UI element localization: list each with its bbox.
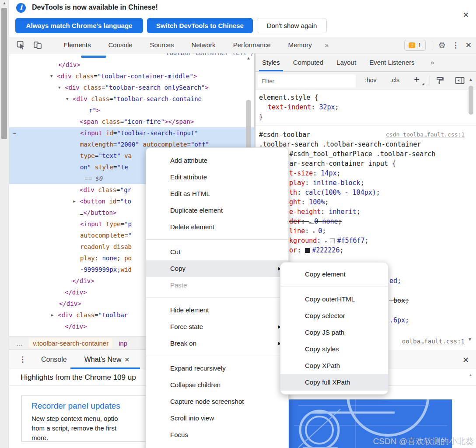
menu-item-paste[interactable]: Paste [146, 277, 288, 294]
menu-item-capture-node-screenshot[interactable]: Capture node screenshot [146, 393, 288, 410]
menu-item-copy-element[interactable]: Copy element [280, 266, 388, 283]
styles-tab-computed[interactable]: Computed [287, 53, 330, 71]
clipped-code-line[interactable]: toolbar-container left /= [9, 53, 254, 59]
styles-tab-styles[interactable]: Styles [256, 53, 287, 71]
dom-tree-node[interactable]: ▼<div class="toolbar-search onlySearch"> [9, 82, 254, 93]
collapse-arrow-icon[interactable]: ▼ [66, 93, 68, 105]
page-scrollbar[interactable]: ▲ [0, 0, 9, 448]
menu-item-focus[interactable]: Focus [146, 427, 288, 443]
styles-scrollbar-thumb[interactable] [469, 86, 473, 115]
tab-elements[interactable]: Elements [55, 37, 100, 53]
menu-item-edit-attribute[interactable]: Edit attribute [146, 169, 288, 186]
css-source-link[interactable]: csdn-toolba…fault.css:1 [386, 130, 465, 140]
dom-tree-node[interactable]: <span class="icon-fire"></span> [9, 116, 254, 127]
tab-network[interactable]: Network [183, 37, 224, 53]
css-fragment: ed; [389, 277, 401, 285]
text-color-swatch[interactable] [305, 248, 310, 253]
menu-item-label: Focus [170, 431, 188, 438]
css-rule-line[interactable]: } [256, 112, 476, 122]
dom-tree-node[interactable]: ▼<div class="toolbar-container-middle"> [9, 70, 254, 82]
menu-item-duplicate-element[interactable]: Duplicate element [146, 202, 288, 219]
menu-item-expand-recursively[interactable]: Expand recursively [146, 360, 288, 377]
tab-performance[interactable]: Performance [224, 37, 280, 53]
paint-format-icon[interactable] [436, 76, 444, 87]
issues-badge[interactable]: ! 1 [404, 40, 425, 51]
scroll-up-icon[interactable]: ▲ [0, 1, 9, 5]
collapse-arrow-icon[interactable]: ▼ [50, 70, 52, 82]
drawer-close-icon[interactable]: ✕ [462, 355, 469, 365]
tab-console[interactable]: Console [100, 37, 141, 53]
css-fragment: .6px; [389, 316, 409, 324]
menu-item-collapse-children[interactable]: Collapse children [146, 377, 288, 393]
menu-item-copy[interactable]: Copy▶ [146, 260, 288, 277]
breadcrumb-next-node[interactable]: inp [119, 340, 127, 347]
background-color-swatch[interactable] [330, 238, 335, 243]
infobar-button[interactable]: Don't show again [257, 18, 327, 33]
drawer-scroll-up-icon[interactable]: ▲ [469, 373, 472, 377]
css-rule-line[interactable]: text-indent: 32px; [256, 102, 476, 112]
new-style-rule-button[interactable]: + [414, 74, 420, 85]
devtools-close-icon[interactable]: ✕ [466, 41, 472, 50]
css-source-link[interactable]: oolba…fault.css:1 [402, 338, 465, 345]
menu-item-copy-full-xpath[interactable]: Copy full XPath [280, 374, 388, 391]
tab-memory[interactable]: Memory [280, 37, 321, 53]
menu-item-copy-js-path[interactable]: Copy JS path [280, 324, 388, 341]
styles-scroll-up-icon[interactable]: ▲ [469, 77, 473, 82]
toggle-element-state-button[interactable]: :hov [365, 77, 376, 84]
inspect-element-icon[interactable] [16, 40, 26, 50]
breadcrumb-selected-node[interactable]: v.toolbar-search-container [29, 338, 112, 348]
page-scrollbar-thumb[interactable] [1, 8, 7, 139]
sidebar-toggle-icon[interactable] [455, 76, 465, 87]
infobar-button[interactable]: Switch DevTools to Chinese [147, 18, 253, 33]
menu-item-label: Edit as HTML [170, 190, 210, 197]
css-rule-line[interactable]: #csdn-toolbarcsdn-toolba…fault.css:1 [256, 130, 476, 140]
customize-menu-icon[interactable]: ⋮ [452, 41, 459, 50]
menu-item-edit-as-html[interactable]: Edit as HTML [146, 186, 288, 202]
menu-item-hide-element[interactable]: Hide element [146, 302, 288, 318]
tab-sources[interactable]: Sources [141, 37, 183, 53]
styles-scroll-down-icon[interactable]: ▼ [468, 337, 472, 342]
menu-item-delete-element[interactable]: Delete element [146, 219, 288, 235]
menu-item-force-state[interactable]: Force state▶ [146, 318, 288, 335]
styles-tab-layout[interactable]: Layout [330, 53, 363, 71]
menu-item-scroll-into-view[interactable]: Scroll into view [146, 410, 288, 427]
element-classes-button[interactable]: .cls [390, 77, 399, 84]
menu-item-badge-settings[interactable]: Badge settings... [146, 443, 288, 448]
styles-more-tabs-icon[interactable]: » [427, 59, 438, 66]
menu-item-break-on[interactable]: Break on▶ [146, 335, 288, 352]
styles-filter-input[interactable] [258, 74, 356, 88]
menu-item-copy-outerhtml[interactable]: Copy outerHTML [280, 291, 388, 308]
device-toolbar-icon[interactable] [33, 40, 42, 50]
infobar-button[interactable]: Always match Chrome's language [15, 18, 143, 33]
settings-gear-icon[interactable]: ⚙ [438, 40, 446, 50]
expand-arrow-icon[interactable]: ▶ [73, 196, 75, 207]
css-rule-line[interactable]: element.style { [256, 93, 476, 102]
menu-item-copy-selector[interactable]: Copy selector [280, 308, 388, 324]
drawer-tab-what-s-new[interactable]: What's New✕ [76, 350, 139, 369]
dom-tree-node[interactable]: r"> [9, 105, 254, 116]
styles-tab-event-listeners[interactable]: Event Listeners [363, 53, 421, 71]
breadcrumb-ellipsis[interactable]: … [16, 340, 23, 347]
menu-item-label: Cut [170, 248, 180, 256]
expand-arrow-icon[interactable]: ▶ [51, 309, 53, 321]
dom-tree-node[interactable]: ⋯<input id="toolbar-search-input" [9, 127, 254, 139]
drawer-tab-console[interactable]: Console [32, 350, 76, 369]
css-rule-line[interactable]: .toolbar-search .toolbar-search-containe… [256, 140, 476, 149]
drawer-menu-icon[interactable]: ⋮ [19, 355, 26, 364]
menu-item-copy-styles[interactable]: Copy styles [280, 341, 388, 357]
drawer-tab-label: What's New [84, 356, 122, 363]
collapse-arrow-icon[interactable]: ▼ [58, 82, 60, 93]
menu-item-add-attribute[interactable]: Add attribute [146, 152, 288, 169]
elements-scroll-up-icon[interactable]: ▲ [246, 56, 251, 60]
new-style-rule-corner [422, 83, 424, 85]
more-tabs-icon[interactable]: » [321, 42, 333, 49]
infobar-close-icon[interactable]: ✕ [463, 10, 469, 20]
more-options-dots[interactable]: ⋯ [13, 127, 17, 139]
dom-tree-node[interactable]: ▼<div class="toolbar-search-containe [9, 93, 254, 105]
menu-item-cut[interactable]: Cut [146, 244, 288, 260]
menu-item-copy-xpath[interactable]: Copy XPath [280, 357, 388, 374]
clipped-code-text: toolbar-container left /= [166, 53, 254, 56]
tab-close-icon[interactable]: ✕ [125, 356, 130, 363]
menu-separator [146, 239, 288, 240]
dom-tree-node[interactable]: </div> [9, 59, 254, 70]
